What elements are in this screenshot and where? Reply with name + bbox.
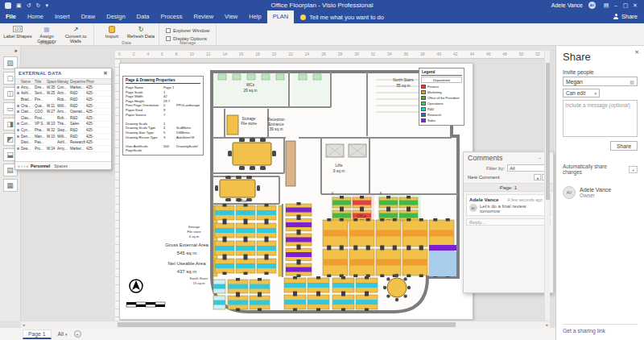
svg-text:Reception: Reception [267,118,285,122]
properties-title: Page & Drawing Properties [126,78,200,84]
tab-help[interactable]: Help [243,10,266,23]
north-arrow [130,280,142,292]
ribbon-content: 123Label Shapes▦Assign Category↗Convert … [0,23,644,46]
external-data-row[interactable]: Brad...Pre...Rob...R&D425- [15,97,111,103]
explorer-window-checkbox[interactable]: Explorer Window [166,28,209,33]
refresh-data-icon: ↻ [138,26,144,33]
external-data-row[interactable]: Con...VP S...W.19Tha...Sales425- [15,122,111,128]
convert-to-walls-icon: ↗ [73,26,79,33]
external-data-row[interactable]: Cha...Qua...W.11Willi...R&D425- [15,103,111,110]
close-icon[interactable]: ✕ [634,49,639,56]
external-data-row[interactable]: Amy...Dire...W.35Con...Market...425- [15,85,111,91]
record-nav-icons[interactable]: « ‹ › » [18,164,28,168]
linked-shape-icon [17,86,19,89]
minimize-icon[interactable]: – [611,2,621,9]
auto-share-label: Automatically share changes [563,164,626,175]
share-submit-button[interactable]: Share [610,141,638,151]
user-avatar[interactable]: AV [588,2,596,9]
pages-dropdown[interactable]: All ▾ [58,331,68,337]
chevron-down-icon: ▾ [65,332,68,337]
svg-text:15 sq m: 15 sq m [193,281,205,285]
scroll-right-icon[interactable]: ▸ [546,322,548,327]
ribbon-group-data: Import↻Refresh DataData [94,23,159,45]
redo-icon[interactable]: ↻ [36,2,41,9]
undo-icon[interactable]: ↺ [27,2,31,9]
svg-text:Net Useable Area: Net Useable Area [167,261,206,266]
tab-file[interactable]: File [0,10,22,23]
qat-customize-icon[interactable]: ▾ [45,2,48,9]
external-data-row[interactable]: Ashl...Seni...W.25Ann...R&D425- [15,91,111,97]
owner-name: Adele Vance [580,187,611,193]
external-data-tab-spaces[interactable]: Spaces [54,164,68,168]
reception-counter [286,141,295,186]
tell-me-box[interactable]: Tell me what you want to do [294,10,390,23]
get-sharing-link[interactable]: Get a sharing link [563,324,638,334]
tab-view[interactable]: View [219,10,243,23]
maximize-icon[interactable]: ▢ [621,2,630,9]
permission-dropdown[interactable]: Can edit ▾ [563,89,600,97]
tab-process[interactable]: Process [155,10,188,23]
invite-people-input[interactable]: Megan ▥ [563,77,638,86]
linked-shape-icon [17,129,19,131]
save-icon[interactable]: ▣ [16,2,22,9]
svg-text:Gross External Area: Gross External Area [165,243,208,247]
comment-card[interactable]: Adele Vance A few seconds ago ✕ AV Let's… [466,194,551,216]
auto-share-dropdown[interactable]: ▾ [629,166,638,173]
quick-access-toolbar[interactable]: ▣↺↻▾ [0,2,48,9]
external-data-row[interactable]: Davi...Pas...Ashl...Research425- [15,139,111,146]
page-tab[interactable]: Page 1 [23,330,52,339]
new-comment-button[interactable]: New Comment [468,175,500,180]
tab-home[interactable]: Home [22,10,49,23]
vertical-scrollbar-thumb[interactable] [546,63,550,200]
external-data-row[interactable]: Dea...Pro...W.34Amy...Market...425- [15,146,111,152]
external-data-row[interactable]: Cyn...Pha...W.32Step...R&D425- [15,127,111,134]
minimize-icon[interactable]: – [539,155,541,161]
previous-comment-button[interactable]: ◂ [534,174,541,180]
svg-text:Office: Office [237,199,248,203]
external-data-row[interactable]: Den...Man...W.10Willi...R&D425- [15,134,111,140]
plant-shape-icon[interactable]: ▦ [3,179,18,192]
legend-item: R&D [421,106,462,112]
svg-text:39 sq m: 39 sq m [269,127,283,131]
status-bar: Page 1 All ▾ + [0,328,555,340]
reply-input[interactable]: Reply... [466,218,551,226]
address-book-icon[interactable]: ▥ [630,79,634,85]
svg-text:Storage: Storage [242,117,256,121]
close-icon[interactable]: ✕ [630,2,640,9]
refresh-data-button[interactable]: ↻Refresh Data [126,24,155,39]
label-shapes-button[interactable]: 123Label Shapes [3,24,32,39]
linked-shape-icon [17,147,19,150]
page-drawing-properties-box: Page & Drawing Properties Page NamePage … [122,76,204,155]
legend-item: Finance [421,84,462,89]
comment-text: Let's do a final review tomorrow [480,204,547,214]
wall-cabinets [279,205,282,276]
share-button-top[interactable]: Share [613,13,638,20]
external-data-row[interactable]: Clau...Post...Rob...R&D425- [15,115,111,122]
expand-shapes-icon[interactable]: ▸ [14,48,18,54]
filter-by-label: Filter by: [486,166,505,171]
owner-avatar: AV [563,186,576,199]
comments-filter-dropdown[interactable]: All ▾ [507,164,549,172]
tab-insert[interactable]: Insert [49,10,76,23]
external-data-row[interactable]: Clari...COOW.27Ann...Operati...425- [15,109,111,115]
tab-data[interactable]: Data [131,10,155,23]
message-input[interactable]: Include a message (optional) [563,100,638,137]
horizontal-ruler: 0246810121416182022242628303234363840424… [115,51,550,59]
legend-item: Operations [421,101,462,106]
horizontal-scrollbar-thumb[interactable] [118,322,456,327]
import-button[interactable]: Import [97,24,126,39]
close-icon[interactable]: ✕ [103,70,108,77]
signed-in-user[interactable]: Adele Vance [551,2,583,8]
vertical-scrollbar[interactable] [544,51,550,321]
horizontal-scrollbar[interactable]: ◂ ▸ [21,321,550,328]
scroll-left-icon[interactable]: ◂ [23,322,25,327]
assign-category-icon: ▦ [43,26,50,33]
comment-avatar: AV [469,204,477,212]
tab-draw[interactable]: Draw [76,10,101,23]
tab-plan[interactable]: PLAN [267,10,295,23]
tab-review[interactable]: Review [188,10,220,23]
ribbon-options-icon[interactable]: ▤ [601,2,611,9]
external-data-tab-personnel[interactable]: Personnel [31,164,50,168]
add-page-button[interactable]: + [74,330,81,338]
tab-design[interactable]: Design [101,10,130,23]
